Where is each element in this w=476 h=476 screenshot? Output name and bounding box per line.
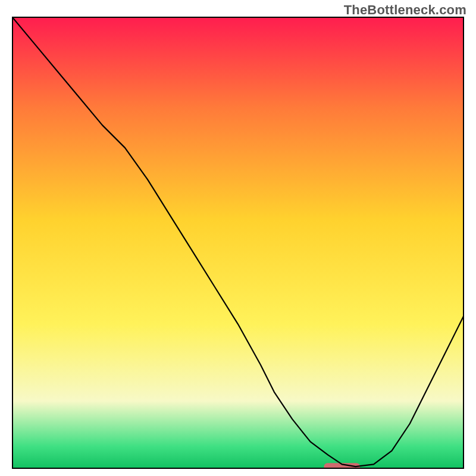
- chart-svg: [12, 17, 464, 469]
- chart-area: [12, 17, 464, 469]
- gradient-background: [12, 17, 464, 469]
- watermark-text: TheBottleneck.com: [344, 2, 466, 18]
